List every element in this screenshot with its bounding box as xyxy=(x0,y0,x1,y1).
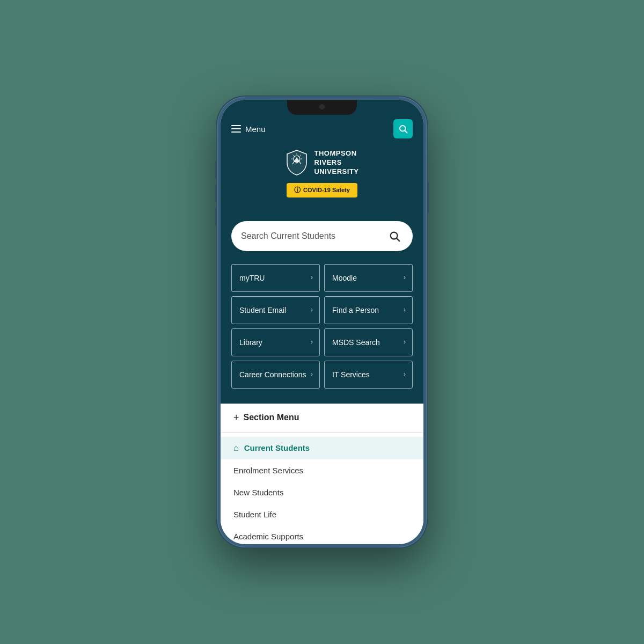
chevron-right-icon: › xyxy=(311,370,313,379)
new-students-label: New Students xyxy=(233,488,283,497)
bottom-section: + Section Menu ⌂ Current Students Enrolm… xyxy=(221,404,423,544)
quick-links-grid: myTRU › Moodle › Student Email › Find a … xyxy=(221,264,423,404)
msds-search-button[interactable]: MSDS Search › xyxy=(324,328,413,356)
library-label: Library xyxy=(239,338,262,347)
section-menu-label: Section Menu xyxy=(244,413,299,422)
search-icon xyxy=(386,228,403,245)
chevron-right-icon: › xyxy=(311,305,313,314)
nav-item-student-life[interactable]: Student Life xyxy=(221,503,423,525)
svg-line-9 xyxy=(397,238,399,241)
hamburger-icon xyxy=(231,125,241,133)
it-services-label: IT Services xyxy=(332,370,370,379)
section-nav-list: ⌂ Current Students Enrolment Services Ne… xyxy=(221,433,423,544)
chevron-right-icon: › xyxy=(404,305,406,314)
mytru-button[interactable]: myTRU › xyxy=(231,264,320,292)
front-camera xyxy=(319,104,325,109)
chevron-right-icon: › xyxy=(311,338,313,347)
moodle-label: Moodle xyxy=(332,273,357,283)
search-bar[interactable]: Search Current Students xyxy=(231,221,413,251)
phone-screen: Menu xyxy=(221,100,423,544)
search-placeholder: Search Current Students xyxy=(241,231,335,241)
career-connections-label: Career Connections xyxy=(239,370,306,379)
nav-bar: Menu xyxy=(231,119,413,138)
academic-supports-label: Academic Supports xyxy=(233,532,303,541)
moodle-button[interactable]: Moodle › xyxy=(324,264,413,292)
search-section: Search Current Students xyxy=(221,213,423,264)
find-person-button[interactable]: Find a Person › xyxy=(324,296,413,324)
button-grid: myTRU › Moodle › Student Email › Find a … xyxy=(231,264,413,389)
mytru-label: myTRU xyxy=(239,273,265,283)
student-email-button[interactable]: Student Email › xyxy=(231,296,320,324)
msds-search-label: MSDS Search xyxy=(332,338,380,347)
enrolment-services-label: Enrolment Services xyxy=(233,466,303,475)
nav-item-current-students[interactable]: ⌂ Current Students xyxy=(221,437,423,459)
nav-item-enrolment-services[interactable]: Enrolment Services xyxy=(221,459,423,481)
it-services-button[interactable]: IT Services › xyxy=(324,361,413,389)
info-icon: ⓘ xyxy=(294,186,301,195)
current-students-label: Current Students xyxy=(244,443,310,452)
student-life-label: Student Life xyxy=(233,510,276,519)
logo-area: THOMPSON RIVERS UNIVERSITY ⓘ COVID-19 Sa… xyxy=(231,149,413,197)
student-email-label: Student Email xyxy=(239,305,286,315)
search-toggle-button[interactable] xyxy=(393,119,413,138)
chevron-right-icon: › xyxy=(404,273,406,282)
menu-button[interactable]: Menu xyxy=(231,125,266,134)
phone-frame: Menu xyxy=(217,97,427,547)
university-logo: THOMPSON RIVERS UNIVERSITY xyxy=(285,149,358,177)
svg-line-1 xyxy=(405,130,407,133)
top-section: Menu xyxy=(221,100,423,213)
chevron-right-icon: › xyxy=(404,370,406,379)
covid-badge-label: COVID-19 Safety xyxy=(303,187,350,193)
nav-item-new-students[interactable]: New Students xyxy=(221,481,423,503)
menu-label: Menu xyxy=(245,125,266,134)
chevron-right-icon: › xyxy=(404,338,406,347)
nav-item-academic-supports[interactable]: Academic Supports xyxy=(221,525,423,544)
phone-notch xyxy=(287,100,357,115)
section-menu-toggle-icon: + xyxy=(233,412,239,423)
find-person-label: Find a Person xyxy=(332,305,379,315)
section-menu-header[interactable]: + Section Menu xyxy=(221,404,423,433)
library-button[interactable]: Library › xyxy=(231,328,320,356)
shield-logo xyxy=(285,149,309,176)
university-name: THOMPSON RIVERS UNIVERSITY xyxy=(314,149,358,177)
career-connections-button[interactable]: Career Connections › xyxy=(231,361,320,389)
covid-safety-badge[interactable]: ⓘ COVID-19 Safety xyxy=(287,183,357,197)
chevron-right-icon: › xyxy=(311,273,313,282)
home-icon: ⌂ xyxy=(233,443,239,453)
